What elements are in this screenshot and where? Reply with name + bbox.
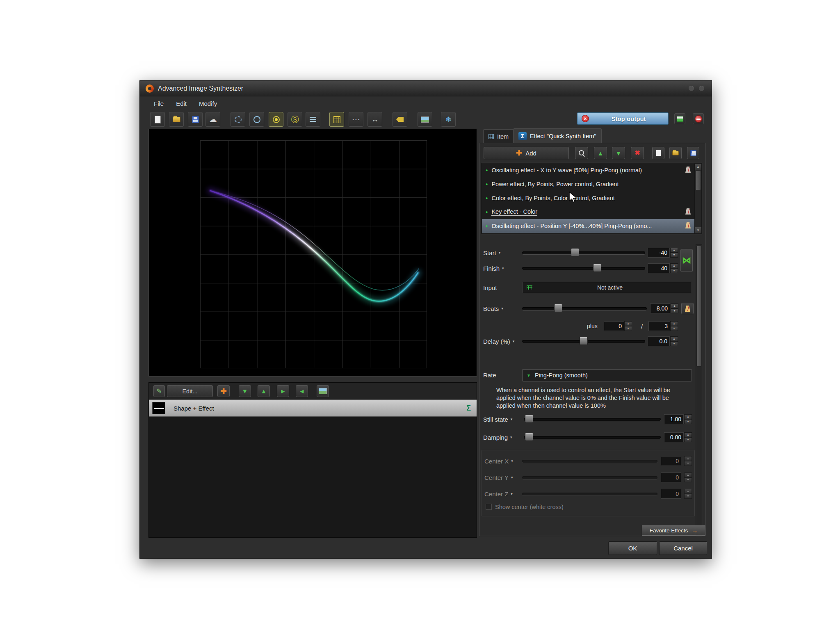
slider-thumb[interactable]	[593, 264, 601, 272]
freeze-button[interactable]: ❄	[441, 112, 456, 127]
point-tool-button[interactable]	[269, 112, 283, 127]
start-slider[interactable]	[522, 248, 645, 258]
damping-slider[interactable]	[524, 432, 661, 442]
damping-spinner[interactable]: ▲▼	[684, 432, 692, 442]
draw-edit-button[interactable]: ✎	[153, 385, 165, 397]
slider-thumb[interactable]	[554, 304, 562, 312]
finish-slider[interactable]	[522, 263, 645, 273]
delay-spinner[interactable]: ▲▼	[670, 336, 678, 346]
search-effect-button[interactable]	[575, 147, 588, 159]
cloud-button[interactable]: ☁	[205, 112, 220, 127]
slider-thumb[interactable]	[525, 415, 533, 423]
scrollbar-thumb[interactable]	[695, 171, 701, 190]
finish-dropdown[interactable]: Finish▾	[483, 263, 504, 273]
per-beat-value[interactable]: 3	[648, 321, 670, 331]
enabled-dot-icon[interactable]: ●	[486, 224, 488, 228]
points-view-button[interactable]: ⋯	[349, 112, 363, 127]
beats-dropdown[interactable]: Beats▾	[483, 304, 503, 313]
slider-thumb[interactable]	[525, 433, 533, 441]
effect-sigma-icon[interactable]: Σ	[466, 404, 471, 413]
beats-value[interactable]: 8.00	[650, 304, 670, 313]
cancel-button[interactable]: Cancel	[659, 541, 707, 555]
menu-modify[interactable]: Modify	[193, 98, 223, 109]
beats-spinner[interactable]: ▲▼	[671, 304, 678, 313]
damping-dropdown[interactable]: Damping▾	[483, 432, 512, 442]
new-file-button[interactable]	[150, 112, 165, 127]
tag-button[interactable]	[393, 112, 407, 127]
start-value[interactable]: -40	[648, 248, 670, 258]
track-image-button[interactable]	[317, 385, 329, 397]
save-button[interactable]	[188, 112, 203, 127]
favorite-effects-button[interactable]: Favorite Effects →	[642, 525, 705, 536]
effect-row-5-selected[interactable]: ● Oscillating effect - Position Y [-40%.…	[482, 219, 695, 233]
add-effect-button[interactable]: ✚ Add	[484, 147, 569, 159]
tab-item[interactable]: Item	[483, 129, 514, 143]
input-field[interactable]: Not active	[522, 282, 692, 293]
open-effect-list-button[interactable]	[669, 147, 682, 159]
still-state-value[interactable]: 1.00	[664, 414, 684, 424]
effect-row-2[interactable]: ● Power effect, By Points, Power control…	[482, 177, 695, 191]
start-spinner[interactable]: ▲▼	[670, 248, 678, 258]
effect-move-up-button[interactable]: ▲	[594, 147, 607, 159]
open-file-button[interactable]	[169, 112, 184, 127]
rate-dropdown[interactable]: ▼ Ping-Pong (smooth)	[522, 369, 692, 381]
circle-tool-button[interactable]	[249, 112, 264, 127]
finish-value[interactable]: 40	[648, 263, 670, 273]
list-tool-button[interactable]	[306, 112, 320, 127]
synth-tool-button[interactable]: Ⓢ	[288, 112, 302, 127]
still-state-slider[interactable]	[524, 414, 661, 424]
enabled-dot-icon[interactable]: ●	[486, 196, 488, 200]
blackout-button[interactable]	[693, 113, 704, 124]
move-left-button[interactable]: ◄	[296, 385, 308, 397]
add-track-button[interactable]: ✚	[217, 385, 230, 397]
edit-button[interactable]: Edit...	[167, 385, 213, 397]
enabled-dot-icon[interactable]: ●	[486, 168, 488, 172]
effect-row-3[interactable]: ● Color effect, By Points, Color Control…	[482, 191, 695, 205]
still-state-spinner[interactable]: ▲▼	[684, 414, 692, 424]
save-effect-list-button[interactable]	[687, 147, 699, 159]
image-button[interactable]	[418, 112, 432, 127]
enabled-dot-icon[interactable]: ●	[486, 182, 488, 186]
plus-beats-value[interactable]: 0	[604, 321, 624, 331]
laser-preview-button[interactable]	[674, 113, 685, 124]
grid-toggle-button[interactable]	[329, 112, 344, 127]
still-state-dropdown[interactable]: Still state▾	[483, 414, 512, 424]
slider-thumb[interactable]	[571, 248, 579, 256]
new-effect-list-button[interactable]	[652, 147, 664, 159]
swap-start-finish-button[interactable]: ⋈	[680, 249, 693, 272]
menu-edit[interactable]: Edit	[170, 98, 192, 109]
finish-spinner[interactable]: ▲▼	[670, 263, 678, 273]
delay-dropdown[interactable]: Delay (%)▾	[483, 336, 514, 346]
delete-effect-button[interactable]: ✖	[631, 147, 644, 159]
start-dropdown[interactable]: Start▾	[483, 248, 500, 258]
beats-metronome-button[interactable]	[681, 303, 694, 314]
per-beat-spinner[interactable]: ▲▼	[670, 321, 678, 331]
plus-beats-spinner[interactable]: ▲▼	[624, 321, 632, 331]
window-close-icon[interactable]	[699, 86, 704, 91]
effect-row-1[interactable]: ● Oscillating effect - X to Y wave [50%]…	[482, 163, 695, 177]
tab-effect-quick-synth-item[interactable]: Σ Effect "Quick Synth Item"	[513, 128, 602, 143]
effect-move-down-button[interactable]: ▼	[612, 147, 625, 159]
params-scrollbar[interactable]: ▼	[696, 244, 702, 536]
extents-button[interactable]: ↔	[368, 112, 382, 127]
delay-value[interactable]: 0.0	[648, 336, 670, 346]
delay-slider[interactable]	[522, 336, 645, 346]
stop-output-button[interactable]: ✕ Stop output	[577, 112, 669, 125]
move-up-button[interactable]: ▲	[258, 385, 270, 397]
move-right-button[interactable]: ►	[277, 385, 289, 397]
beats-slider[interactable]	[522, 304, 647, 313]
scroll-down-icon[interactable]: ▼	[695, 227, 701, 233]
effect-list-scrollbar[interactable]: ▲ ▼	[694, 163, 702, 234]
menu-file[interactable]: File	[148, 98, 169, 109]
scroll-up-icon[interactable]: ▲	[695, 164, 701, 170]
slider-thumb[interactable]	[580, 337, 588, 345]
scrollbar-thumb[interactable]	[696, 246, 701, 367]
track-row-shape-effect[interactable]: Shape + Effect Σ	[149, 399, 477, 417]
select-tool-button[interactable]	[231, 112, 245, 127]
effect-row-4[interactable]: ● Key effect - Color	[482, 205, 695, 219]
titlebar[interactable]: Advanced Image Synthesizer	[140, 81, 712, 96]
window-help-icon[interactable]	[689, 86, 694, 91]
damping-value[interactable]: 0.00	[664, 432, 684, 442]
move-down-button[interactable]: ▼	[239, 385, 251, 397]
enabled-dot-icon[interactable]: ●	[486, 210, 488, 214]
